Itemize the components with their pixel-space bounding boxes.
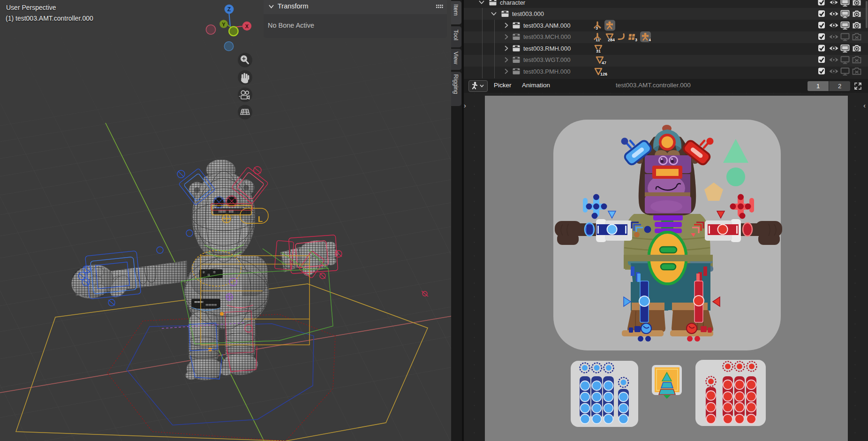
svg-text:X: X [245,23,249,29]
svg-text:11: 11 [596,38,600,42]
svg-text:126: 126 [600,72,607,76]
svg-text:Y: Y [222,22,226,27]
svg-text:test003.000: test003.000 [512,10,544,17]
svg-text:284: 284 [608,38,615,42]
svg-text:Z: Z [227,6,231,13]
svg-text:L: L [258,215,263,224]
svg-text:character: character [500,0,526,6]
svg-text:test003.RMH.000: test003.RMH.000 [523,45,571,52]
svg-text:4: 4 [649,38,651,42]
svg-text:47: 47 [602,61,606,65]
svg-text:31: 31 [596,49,601,53]
svg-text:3: 3 [635,38,637,42]
svg-text:test003.ANM.000: test003.ANM.000 [523,22,570,29]
svg-text:test003.PMH.000: test003.PMH.000 [523,68,570,75]
svg-text:test003.MCH.000: test003.MCH.000 [523,33,571,40]
svg-text:3: 3 [596,26,598,30]
svg-text:test003.WGT.000: test003.WGT.000 [523,56,570,63]
